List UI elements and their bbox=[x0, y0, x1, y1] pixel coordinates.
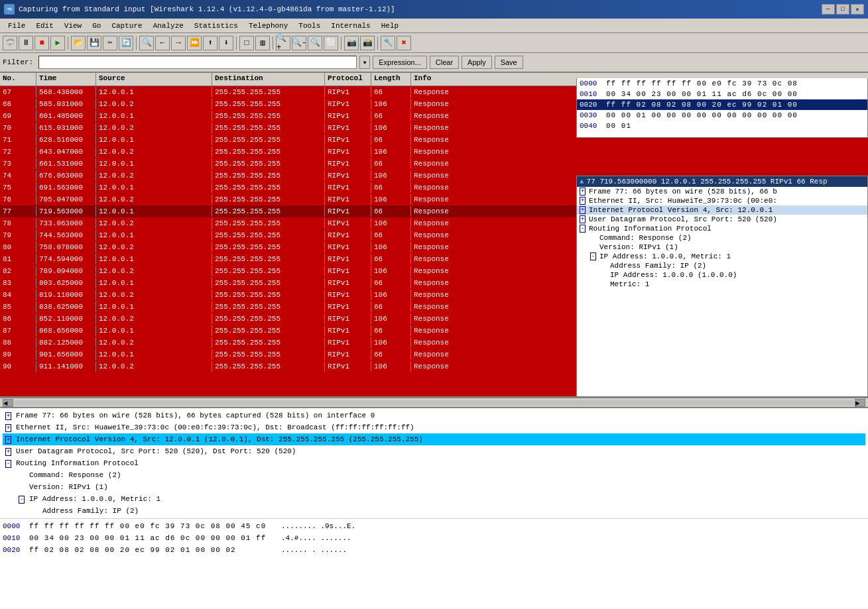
packet-list-pane: No. Time Source Destination Protocol Len… bbox=[0, 73, 868, 398]
filter-input[interactable] bbox=[38, 56, 357, 69]
menu-item-statistics[interactable]: Statistics bbox=[189, 21, 243, 31]
cell-source: 12.0.0.2 bbox=[96, 242, 212, 252]
cell-source: 12.0.0.2 bbox=[96, 218, 212, 229]
minimize-button[interactable]: — bbox=[822, 4, 835, 15]
pd-plus-icon: + bbox=[5, 447, 13, 455]
cell-source: 12.0.0.1 bbox=[96, 135, 212, 145]
detail-row[interactable]: +Ethernet II, Src: HuaweiTe_39:73:0c (00… bbox=[577, 196, 867, 205]
menu-item-capture[interactable]: Capture bbox=[106, 21, 147, 31]
clear-button[interactable]: Clear bbox=[430, 56, 459, 69]
toolbar-sep4 bbox=[273, 36, 273, 50]
detail-row[interactable]: Version: RIPv1 (1) bbox=[577, 243, 867, 252]
detail-row[interactable]: Command: Response (2) bbox=[577, 233, 867, 243]
cell-time: 733.063000 bbox=[36, 218, 96, 229]
hex-addr: 0040 bbox=[577, 122, 603, 130]
cell-destination: 255.255.255.255 bbox=[212, 278, 325, 288]
menu-item-analyze[interactable]: Analyze bbox=[148, 21, 189, 31]
toolbar-restart-capture[interactable]: ▶ bbox=[50, 36, 65, 50]
menu-item-go[interactable]: Go bbox=[87, 21, 106, 31]
close-button[interactable]: ✕ bbox=[851, 4, 864, 15]
menu-item-edit[interactable]: Edit bbox=[31, 21, 58, 31]
cell-source: 12.0.0.1 bbox=[96, 302, 212, 312]
hb-addr: 0010 bbox=[3, 534, 29, 542]
cell-length: 106 bbox=[371, 99, 411, 109]
toolbar-export[interactable]: 📸 bbox=[360, 36, 375, 50]
hex-bytes: ff ff ff ff ff ff 00 e0 fc 39 73 0c 08 bbox=[603, 80, 867, 87]
toolbar-next[interactable]: → bbox=[171, 36, 186, 50]
toolbar-find[interactable]: 🔍 bbox=[139, 36, 154, 50]
toolbar-wireshark[interactable]: ✖ bbox=[397, 36, 411, 50]
hscroll-left[interactable]: ◄ bbox=[3, 399, 13, 407]
cell-no: 71 bbox=[0, 135, 36, 145]
cell-time: 882.125000 bbox=[36, 337, 96, 348]
toolbar-reload[interactable]: 🔄 bbox=[119, 36, 133, 50]
menu-item-internals[interactable]: Internals bbox=[326, 21, 375, 31]
menu-item-file[interactable]: File bbox=[3, 21, 31, 31]
cell-time: 852.110000 bbox=[36, 313, 96, 324]
detail-row[interactable]: +Internet Protocol Version 4, Src: 12.0.… bbox=[577, 205, 867, 215]
menu-item-view[interactable]: View bbox=[59, 21, 87, 31]
menu-item-telephony[interactable]: Telephony bbox=[243, 21, 293, 31]
cell-protocol: RIPv1 bbox=[325, 278, 371, 288]
toolbar-stop-interface[interactable]: ⏸ bbox=[19, 36, 33, 50]
toolbar-sep2 bbox=[136, 36, 137, 50]
filter-dropdown[interactable]: ▼ bbox=[359, 56, 370, 69]
expression-button[interactable]: Expression... bbox=[373, 56, 427, 69]
table-row[interactable]: 72 643.047000 12.0.0.2 255.255.255.255 R… bbox=[0, 146, 868, 158]
cell-length: 66 bbox=[371, 325, 411, 336]
cell-protocol: RIPv1 bbox=[325, 170, 371, 181]
window-controls: — □ ✕ bbox=[822, 4, 864, 15]
cell-time: 568.438000 bbox=[36, 87, 96, 97]
header-no: No. bbox=[0, 73, 36, 85]
cell-no: 68 bbox=[0, 99, 36, 109]
hb-ascii: ........ .9s...E. bbox=[281, 522, 865, 530]
hb-ascii: .4.#.... ....... bbox=[281, 534, 865, 542]
maximize-button[interactable]: □ bbox=[836, 4, 849, 15]
toolbar-open-file[interactable]: 📂 bbox=[71, 36, 86, 50]
detail-row[interactable]: +User Datagram Protocol, Src Port: 520 (… bbox=[577, 215, 867, 224]
hscroll-right[interactable]: ► bbox=[855, 399, 865, 407]
cell-protocol: RIPv1 bbox=[325, 158, 371, 169]
cell-time: 585.031000 bbox=[36, 99, 96, 109]
cell-time: 774.594000 bbox=[36, 254, 96, 264]
cell-source: 12.0.0.1 bbox=[96, 182, 212, 193]
detail-row[interactable]: +Frame 77: 66 bytes on wire (528 bits), … bbox=[577, 187, 867, 196]
cell-length: 106 bbox=[371, 266, 411, 276]
toolbar-close[interactable]: ✂ bbox=[103, 36, 117, 50]
detail-row[interactable]: Address Family: IP (2) bbox=[577, 261, 867, 270]
cell-source: 12.0.0.2 bbox=[96, 313, 212, 324]
detail-popup-content[interactable]: +Frame 77: 66 bytes on wire (528 bits), … bbox=[577, 187, 867, 398]
horizontal-scrollbar[interactable]: ◄ ► bbox=[0, 398, 868, 407]
cell-destination: 255.255.255.255 bbox=[212, 337, 325, 348]
cell-no: 69 bbox=[0, 111, 36, 121]
menu-item-tools[interactable]: Tools bbox=[293, 21, 326, 31]
toolbar-prev[interactable]: ← bbox=[155, 36, 170, 50]
toolbar-last[interactable]: ⏩ bbox=[187, 36, 202, 50]
toolbar-zoom-in[interactable]: 🔍+ bbox=[276, 36, 290, 50]
title-bar: 🦈 Capturing from Standard input [Wiresha… bbox=[0, 0, 868, 19]
toolbar-settings[interactable]: 🔧 bbox=[381, 36, 395, 50]
toolbar-fullscreen[interactable]: ⬜ bbox=[324, 36, 338, 50]
toolbar-autosize[interactable]: ▥ bbox=[255, 36, 270, 50]
toolbar-stop-capture[interactable]: ■ bbox=[34, 36, 49, 50]
toolbar-colorize[interactable]: □ bbox=[239, 36, 254, 50]
detail-row[interactable]: -IP Address: 1.0.0.0, Metric: 1 bbox=[577, 252, 867, 261]
toolbar-up[interactable]: ⬆ bbox=[203, 36, 217, 50]
apply-button[interactable]: Apply bbox=[462, 56, 492, 69]
toolbar-zoom-out[interactable]: 🔍- bbox=[292, 36, 306, 50]
table-row[interactable]: 73 661.531000 12.0.0.1 255.255.255.255 R… bbox=[0, 158, 868, 170]
detail-row[interactable]: -Routing Information Protocol bbox=[577, 224, 867, 233]
menu-item-help[interactable]: Help bbox=[376, 21, 404, 31]
save-button[interactable]: Save bbox=[495, 56, 523, 69]
toolbar-zoom-normal[interactable]: 🔍 bbox=[308, 36, 322, 50]
cell-source: 12.0.0.2 bbox=[96, 361, 212, 372]
detail-row[interactable]: Metric: 1 bbox=[577, 280, 867, 289]
cell-destination: 255.255.255.255 bbox=[212, 242, 325, 252]
detail-row[interactable]: IP Address: 1.0.0.0 (1.0.0.0) bbox=[577, 270, 867, 280]
pd-plus-icon: + bbox=[5, 423, 13, 431]
cell-time: 803.625000 bbox=[36, 278, 96, 288]
toolbar-down[interactable]: ⬇ bbox=[219, 36, 233, 50]
toolbar-screenshot[interactable]: 📷 bbox=[344, 36, 359, 50]
toolbar-start-capture[interactable]: 🦈 bbox=[3, 36, 17, 50]
toolbar-save[interactable]: 💾 bbox=[87, 36, 101, 50]
